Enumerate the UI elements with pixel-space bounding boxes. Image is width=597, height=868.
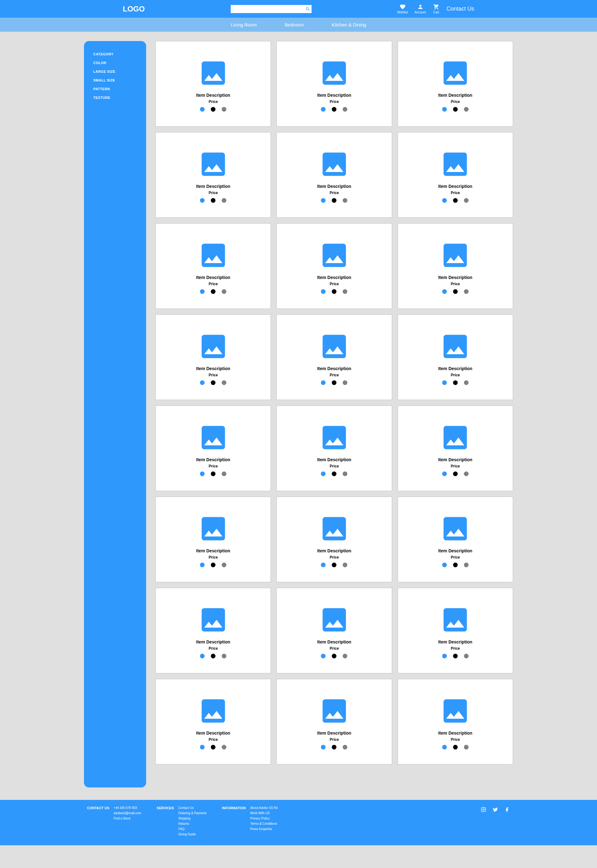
search-button[interactable] [305,6,310,12]
sidebar-item-large-size[interactable]: LARGE SIZE [93,67,137,76]
color-swatch-black[interactable] [453,107,458,111]
footer-services-link[interactable]: Ordering & Payment [178,812,206,815]
product-card[interactable]: Item DescriptionPrice [276,223,392,309]
color-swatch-grey[interactable] [343,198,348,203]
footer-information-link[interactable]: Work With US [250,812,278,815]
color-swatch-grey[interactable] [464,107,469,111]
product-card[interactable]: Item DescriptionPrice [276,132,392,218]
color-swatch-black[interactable] [211,380,215,385]
product-card[interactable]: Item DescriptionPrice [156,679,271,764]
nav-kitchen-dining[interactable]: Kitchen & Dining [332,22,366,27]
color-swatch-black[interactable] [332,471,336,476]
color-swatch-blue[interactable] [442,107,447,111]
footer-information-link[interactable]: Terms & Conditions [250,822,278,825]
color-swatch-black[interactable] [332,380,336,385]
product-card[interactable]: Item DescriptionPrice [398,132,513,218]
color-swatch-blue[interactable] [321,380,325,385]
color-swatch-blue[interactable] [321,198,325,203]
color-swatch-grey[interactable] [343,471,348,476]
color-swatch-blue[interactable] [200,654,205,658]
sidebar-item-texture[interactable]: TEXTURE [93,93,137,102]
color-swatch-black[interactable] [211,745,215,749]
color-swatch-blue[interactable] [200,107,205,111]
color-swatch-blue[interactable] [442,289,447,294]
color-swatch-blue[interactable] [321,471,325,476]
footer-contact-email[interactable]: adobexd@mail.com [113,812,141,815]
color-swatch-black[interactable] [453,198,458,203]
search-input[interactable] [231,5,312,13]
contact-us-link[interactable]: Contact Us [447,6,474,12]
color-swatch-black[interactable] [211,198,215,203]
color-swatch-black[interactable] [332,654,336,658]
color-swatch-blue[interactable] [442,563,447,567]
color-swatch-grey[interactable] [222,745,226,749]
product-card[interactable]: Item DescriptionPrice [398,406,513,491]
color-swatch-grey[interactable] [222,380,226,385]
footer-contact-phone[interactable]: +44 345 678 903 [113,806,141,810]
color-swatch-blue[interactable] [321,563,325,567]
wishlist-link[interactable]: Wishlist [397,4,408,14]
sidebar-item-category[interactable]: CATEGORY [93,50,137,58]
product-card[interactable]: Item DescriptionPrice [276,314,392,400]
color-swatch-grey[interactable] [343,654,348,658]
product-card[interactable]: Item DescriptionPrice [276,406,392,491]
product-card[interactable]: Item DescriptionPrice [398,41,513,126]
color-swatch-grey[interactable] [343,289,348,294]
color-swatch-grey[interactable] [343,745,348,749]
color-swatch-black[interactable] [453,654,458,658]
color-swatch-blue[interactable] [321,107,325,111]
color-swatch-blue[interactable] [200,198,205,203]
sidebar-item-color[interactable]: COLOR [93,58,137,67]
color-swatch-grey[interactable] [464,289,469,294]
color-swatch-grey[interactable] [343,563,348,567]
color-swatch-grey[interactable] [464,198,469,203]
color-swatch-blue[interactable] [200,745,205,749]
color-swatch-black[interactable] [332,107,336,111]
product-card[interactable]: Item DescriptionPrice [276,496,392,582]
product-card[interactable]: Item DescriptionPrice [156,406,271,491]
product-card[interactable]: Item DescriptionPrice [156,132,271,218]
color-swatch-black[interactable] [332,289,336,294]
account-link[interactable]: Account [415,4,426,14]
sidebar-item-small-size[interactable]: SMALL SIZE [93,76,137,85]
color-swatch-blue[interactable] [442,198,447,203]
color-swatch-black[interactable] [211,107,215,111]
color-swatch-grey[interactable] [222,107,226,111]
color-swatch-black[interactable] [332,745,336,749]
color-swatch-blue[interactable] [200,563,205,567]
product-card[interactable]: Item DescriptionPrice [156,496,271,582]
product-card[interactable]: Item DescriptionPrice [156,41,271,126]
footer-services-link[interactable]: Sizing Guide [178,832,206,836]
color-swatch-black[interactable] [453,289,458,294]
color-swatch-blue[interactable] [442,471,447,476]
color-swatch-black[interactable] [332,198,336,203]
product-card[interactable]: Item DescriptionPrice [276,679,392,764]
footer-services-link[interactable]: Returns [178,822,206,825]
instagram-link[interactable] [481,807,486,812]
color-swatch-blue[interactable] [200,471,205,476]
footer-services-link[interactable]: Shipping [178,817,206,820]
color-swatch-blue[interactable] [442,745,447,749]
color-swatch-grey[interactable] [464,563,469,567]
color-swatch-black[interactable] [453,471,458,476]
color-swatch-black[interactable] [453,380,458,385]
product-card[interactable]: Item DescriptionPrice [156,588,271,673]
color-swatch-grey[interactable] [222,471,226,476]
color-swatch-grey[interactable] [222,198,226,203]
color-swatch-blue[interactable] [442,380,447,385]
color-swatch-blue[interactable] [200,289,205,294]
color-swatch-grey[interactable] [222,563,226,567]
product-card[interactable]: Item DescriptionPrice [156,314,271,400]
color-swatch-black[interactable] [211,563,215,567]
color-swatch-grey[interactable] [343,107,348,111]
color-swatch-grey[interactable] [464,471,469,476]
color-swatch-grey[interactable] [222,289,226,294]
product-card[interactable]: Item DescriptionPrice [398,588,513,673]
color-swatch-grey[interactable] [222,654,226,658]
product-card[interactable]: Item DescriptionPrice [276,588,392,673]
color-swatch-grey[interactable] [343,380,348,385]
nav-bedroom[interactable]: Bedroom [285,22,304,27]
footer-information-link[interactable]: Press Enquiries [250,827,278,831]
facebook-link[interactable] [504,807,510,812]
footer-services-link[interactable]: FAQ [178,827,206,831]
